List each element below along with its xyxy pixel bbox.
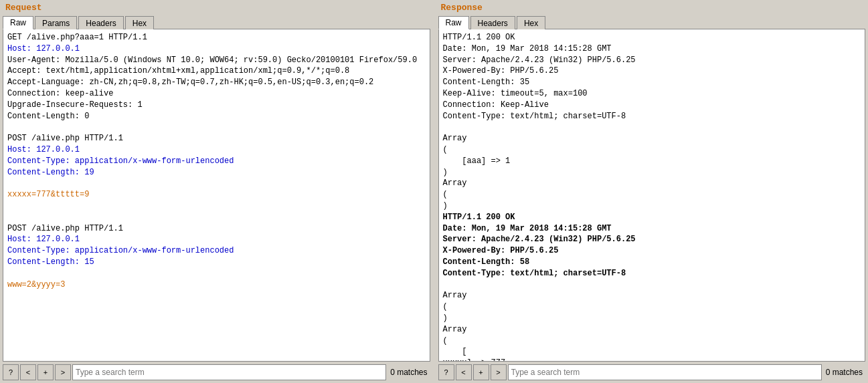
response-content: HTTP/1.1 200 OK Date: Mon, 19 Mar 2018 1… xyxy=(438,29,866,362)
request-tab-hex[interactable]: Hex xyxy=(125,16,154,29)
response-title: Response xyxy=(436,0,869,14)
response-tab-raw[interactable]: Raw xyxy=(438,16,469,29)
response-panel: Response Raw Headers Hex HTTP/1.1 200 OK… xyxy=(436,0,869,383)
request-tab-raw[interactable]: Raw xyxy=(3,16,33,29)
request-search-bar: ? < + > 0 matches xyxy=(0,362,433,383)
response-search-input[interactable] xyxy=(508,364,822,380)
request-panel: Request Raw Params Headers Hex GET /aliv… xyxy=(0,0,433,383)
response-add-button[interactable]: + xyxy=(473,364,489,380)
response-next-button[interactable]: > xyxy=(491,364,507,380)
request-search-input[interactable] xyxy=(72,364,386,380)
request-prev-button[interactable]: < xyxy=(20,364,36,380)
request-help-button[interactable]: ? xyxy=(3,364,19,380)
request-matches-label: 0 matches xyxy=(387,368,430,377)
request-title: Request xyxy=(0,0,433,14)
response-help-button[interactable]: ? xyxy=(438,364,454,380)
response-tab-bar: Raw Headers Hex xyxy=(436,14,869,29)
response-prev-button[interactable]: < xyxy=(456,364,472,380)
request-next-button[interactable]: > xyxy=(55,364,71,380)
request-tab-params[interactable]: Params xyxy=(35,16,77,29)
request-tab-bar: Raw Params Headers Hex xyxy=(0,14,433,29)
request-content: GET /alive.php?aaa=1 HTTP/1.1 Host: 127.… xyxy=(3,29,430,362)
request-tab-headers[interactable]: Headers xyxy=(78,16,123,29)
request-add-button[interactable]: + xyxy=(37,364,54,380)
response-tab-hex[interactable]: Hex xyxy=(517,16,545,29)
response-tab-headers[interactable]: Headers xyxy=(470,16,515,29)
response-matches-label: 0 matches xyxy=(823,368,865,377)
response-search-bar: ? < + > 0 matches xyxy=(436,362,869,383)
